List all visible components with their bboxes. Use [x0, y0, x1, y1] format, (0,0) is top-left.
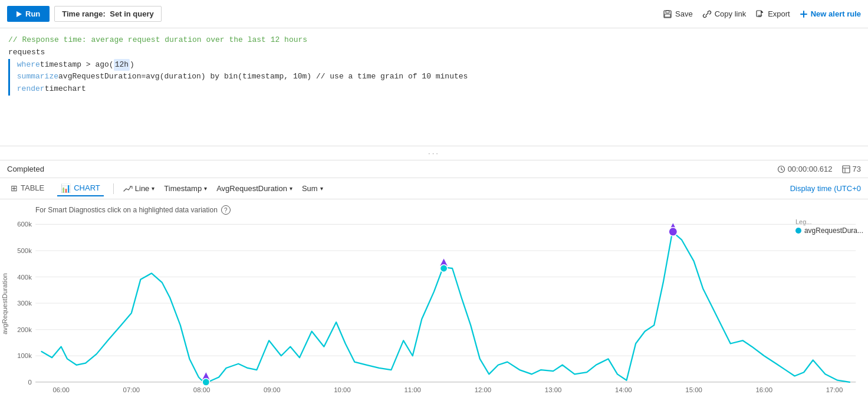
table-icon: [842, 165, 850, 173]
svg-text:14:00: 14:00: [615, 386, 632, 393]
avg-dropdown-label: AvgRequestDuration: [216, 184, 287, 193]
copy-link-icon: [702, 9, 712, 19]
clock-icon: [777, 165, 785, 173]
time-range-value: Set in query: [110, 9, 153, 18]
svg-text:15:00: 15:00: [685, 386, 702, 393]
avg-chevron-icon: ▾: [290, 185, 292, 192]
sum-chevron-icon: ▾: [320, 185, 323, 192]
svg-rect-2: [665, 14, 670, 17]
svg-text:07:00: 07:00: [123, 386, 140, 393]
export-icon: [755, 9, 765, 19]
svg-rect-5: [843, 166, 850, 173]
query-line-4: render timechart: [8, 83, 860, 96]
query-line-3: summarize avgRequestDuration=avg(duratio…: [8, 71, 860, 83]
timestamp-chevron-icon: ▾: [204, 185, 207, 192]
table-tab-label: TABLE: [21, 183, 44, 192]
status-time: 00:00:00.612: [777, 165, 833, 173]
line-chart-icon: [123, 185, 133, 193]
export-label: Export: [768, 9, 790, 18]
toolbar-right: Save Copy link Export New alert rule: [663, 9, 861, 19]
status-rows: 73: [842, 165, 861, 173]
chart-tab-icon: 📊: [61, 183, 71, 193]
chart-tab-label: CHART: [74, 183, 100, 192]
svg-point-41: [669, 228, 678, 237]
chart-container: Leg... avgRequestDura... 600k 500k 400k: [0, 218, 868, 394]
copy-link-label: Copy link: [715, 9, 746, 18]
resizer-handle[interactable]: ···: [0, 146, 868, 160]
status-completed: Completed: [7, 165, 44, 173]
status-rows-value: 73: [853, 165, 861, 173]
chart-area: For Smart Diagnostics click on a highlig…: [0, 199, 868, 394]
line-dropdown[interactable]: Line ▾: [123, 184, 155, 193]
svg-text:16:00: 16:00: [756, 386, 773, 393]
svg-text:11:00: 11:00: [404, 386, 421, 393]
svg-text:500k: 500k: [17, 247, 32, 254]
svg-text:08:00: 08:00: [193, 386, 211, 393]
save-label: Save: [675, 9, 693, 18]
tab-separator: [113, 183, 114, 194]
svg-text:0: 0: [28, 379, 32, 386]
table-tab-icon: ⊞: [11, 183, 18, 193]
svg-point-39: [202, 379, 209, 386]
new-alert-label: New alert rule: [811, 9, 861, 18]
tab-chart[interactable]: 📊 CHART: [57, 181, 104, 196]
save-icon: [663, 9, 672, 19]
svg-text:600k: 600k: [17, 221, 32, 228]
chart-svg: 600k 500k 400k 300k 200k 100k 0 avgReque…: [0, 218, 868, 394]
view-tabs: ⊞ TABLE 📊 CHART Line ▾ Timestamp ▾ AvgRe…: [0, 178, 868, 199]
avg-dropdown[interactable]: AvgRequestDuration ▾: [216, 184, 292, 193]
query-line-1: requests: [8, 47, 860, 59]
save-button[interactable]: Save: [663, 9, 693, 19]
status-bar: Completed 00:00:00.612 73: [0, 160, 868, 178]
svg-text:avgRequestDuration: avgRequestDuration: [1, 273, 8, 334]
time-range-button[interactable]: Time range: Set in query: [54, 6, 162, 22]
play-icon: [17, 11, 22, 17]
new-alert-button[interactable]: New alert rule: [800, 9, 861, 18]
svg-text:300k: 300k: [17, 300, 32, 307]
timestamp-dropdown[interactable]: Timestamp ▾: [164, 184, 207, 193]
export-button[interactable]: Export: [755, 9, 790, 19]
smart-diag-text: For Smart Diagnostics click on a highlig…: [35, 206, 218, 214]
timestamp-dropdown-label: Timestamp: [164, 184, 202, 193]
svg-text:13:00: 13:00: [545, 386, 562, 393]
line-chevron-icon: ▾: [152, 185, 154, 192]
run-button[interactable]: Run: [7, 6, 50, 22]
query-line-comment: // Response time: average request durati…: [8, 34, 860, 47]
smart-diag-bar: For Smart Diagnostics click on a highlig…: [0, 205, 868, 218]
svg-text:10:00: 10:00: [334, 386, 351, 393]
run-label: Run: [25, 9, 40, 18]
svg-text:06:00: 06:00: [52, 386, 70, 393]
plus-icon: [800, 10, 808, 18]
svg-text:100k: 100k: [17, 352, 32, 359]
svg-point-37: [440, 265, 447, 272]
copy-link-button[interactable]: Copy link: [702, 9, 746, 19]
sum-dropdown-label: Sum: [302, 184, 318, 193]
svg-text:400k: 400k: [17, 274, 32, 281]
sum-dropdown[interactable]: Sum ▾: [302, 184, 323, 193]
svg-rect-1: [666, 11, 669, 13]
query-editor[interactable]: // Response time: average request durati…: [0, 28, 868, 146]
time-range-prefix: Time range:: [62, 9, 105, 18]
status-time-value: 00:00:00.612: [788, 165, 833, 173]
svg-text:09:00: 09:00: [264, 386, 281, 393]
svg-text:200k: 200k: [17, 326, 32, 333]
tab-table[interactable]: ⊞ TABLE: [7, 181, 48, 196]
svg-text:12:00: 12:00: [475, 386, 492, 393]
help-icon[interactable]: ?: [221, 205, 231, 215]
toolbar: Run Time range: Set in query Save Copy l…: [0, 0, 868, 28]
line-dropdown-label: Line: [135, 184, 150, 193]
status-right: 00:00:00.612 73: [777, 165, 861, 173]
query-line-2: where timestamp > ago(12h): [8, 59, 860, 71]
display-time: Display time (UTC+0: [790, 184, 861, 193]
svg-text:17:00: 17:00: [826, 386, 843, 393]
